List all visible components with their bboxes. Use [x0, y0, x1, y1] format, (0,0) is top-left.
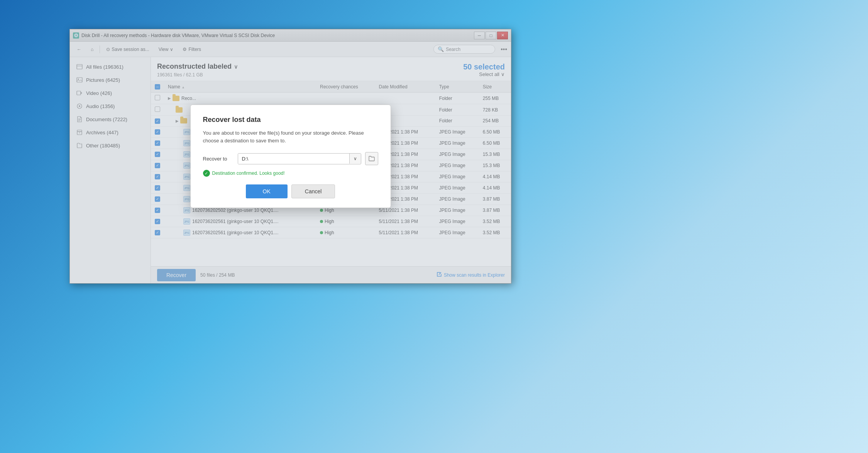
dialog-overlay: Recover lost data You are about to recov…	[70, 29, 511, 283]
success-text: Destination confirmed. Looks good!	[212, 171, 285, 176]
path-dropdown-button[interactable]: ∨	[349, 154, 361, 164]
success-message: ✓ Destination confirmed. Looks good!	[203, 170, 378, 177]
dialog-title: Recover lost data	[203, 116, 378, 124]
dialog-ok-button[interactable]: OK	[246, 184, 288, 198]
path-input[interactable]	[238, 154, 349, 164]
app-window: 💿 Disk Drill - All recovery methods - Ha…	[69, 29, 511, 284]
dialog-cancel-button[interactable]: Cancel	[291, 184, 335, 198]
recover-dialog: Recover lost data You are about to recov…	[190, 105, 391, 208]
browse-button[interactable]	[365, 152, 378, 165]
path-input-wrap: ∨	[238, 153, 361, 164]
dialog-buttons: OK Cancel	[203, 184, 378, 198]
recover-to-label: Recover to	[203, 156, 234, 162]
success-icon: ✓	[203, 170, 210, 177]
dialog-body: You are about to recover the file(s) fou…	[203, 129, 378, 144]
recover-to-row: Recover to ∨	[203, 152, 378, 165]
